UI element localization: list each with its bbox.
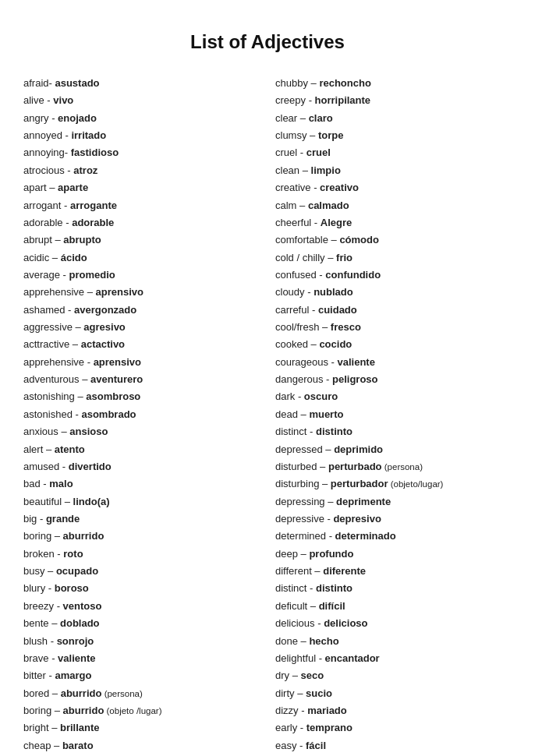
list-item: annoyed - irritado <box>23 127 260 144</box>
spanish-word: sucio <box>306 687 332 699</box>
page-title: List of Adjectives <box>23 31 512 53</box>
list-item: acttractive – actactivo <box>23 336 260 353</box>
list-item: depressive - depresivo <box>275 510 512 528</box>
spanish-word: lindo(a) <box>73 496 110 507</box>
list-item: different – diferente <box>275 563 512 580</box>
list-item: bright – brillante <box>23 719 260 737</box>
english-word: confused - <box>275 269 325 281</box>
spanish-word: deprimido <box>334 443 383 455</box>
list-item: bente – doblado <box>23 615 260 632</box>
english-word: adventurous – <box>23 373 90 385</box>
spanish-word: cómodo <box>339 234 379 246</box>
list-item: arrogant - arrogante <box>23 197 260 214</box>
spanish-word: distinto <box>316 582 353 594</box>
english-word: determined - <box>275 530 335 542</box>
extra-note: (objeto/lugar) <box>388 479 444 489</box>
english-word: anxious – <box>23 426 69 437</box>
spanish-word: asustado <box>55 77 99 89</box>
list-item: deep – profundo <box>275 546 512 563</box>
list-item: cooked – cocido <box>275 336 512 353</box>
spanish-word: cruel <box>306 147 331 158</box>
list-item: clean – limpio <box>275 162 512 179</box>
extra-note: (persona) <box>101 689 142 698</box>
spanish-word: irritado <box>71 129 106 141</box>
spanish-word: delicioso <box>324 617 367 629</box>
spanish-word: amargo <box>55 669 91 681</box>
spanish-word: oscuro <box>304 390 338 402</box>
english-word: apart – <box>23 182 58 193</box>
spanish-word: encantador <box>325 652 380 664</box>
english-word: distinct - <box>275 582 316 594</box>
list-item: bad - malo <box>23 475 260 493</box>
english-word: comfortable – <box>275 234 339 246</box>
spanish-word: torpe <box>318 129 344 141</box>
english-word: astonishing – <box>23 390 86 402</box>
spanish-word: ocupado <box>56 565 98 577</box>
spanish-word: deprimente <box>336 496 391 507</box>
spanish-word: boroso <box>55 582 89 594</box>
list-item: breezy - ventoso <box>23 598 260 615</box>
english-word: astonished - <box>23 408 81 420</box>
spanish-word: barato <box>62 740 94 751</box>
spanish-word: sonrojo <box>57 635 94 647</box>
spanish-word: ventoso <box>63 600 102 612</box>
spanish-word: muerto <box>309 408 343 420</box>
list-item: brave - valiente <box>23 650 260 667</box>
spanish-word: cocido <box>319 338 352 350</box>
list-item: courageous - valiente <box>275 354 512 371</box>
english-word: arrogant - <box>23 200 70 211</box>
list-item: cheerful - Alegre <box>275 214 512 231</box>
spanish-word: grande <box>46 513 80 525</box>
spanish-word: asombroso <box>86 390 140 402</box>
list-item: dark - oscuro <box>275 388 512 405</box>
list-item: depressed – deprimido <box>275 441 512 458</box>
english-word: dead – <box>275 408 309 420</box>
list-item: cloudy - nublado <box>275 284 512 301</box>
english-word: acttractive – <box>23 338 81 350</box>
spanish-word: avergonzado <box>74 304 136 316</box>
english-word: calm – <box>275 200 308 211</box>
list-item: deficult – difícil <box>275 598 512 615</box>
list-item: adventurous – aventurero <box>23 371 260 388</box>
english-word: boring – <box>23 530 63 542</box>
spanish-word: vivo <box>53 94 73 106</box>
english-word: depressive - <box>275 513 333 525</box>
spanish-word: calmado <box>308 200 349 211</box>
spanish-word: diferente <box>323 565 366 577</box>
list-item: determined - determinado <box>275 528 512 545</box>
spanish-word: nublado <box>314 286 353 298</box>
spanish-word: hecho <box>309 635 338 647</box>
list-item: busy – ocupado <box>23 563 260 580</box>
english-word: cold / chilly – <box>275 252 336 263</box>
list-item: bitter - amargo <box>23 667 260 684</box>
english-word: easy - <box>275 740 306 751</box>
list-item: clear – claro <box>275 110 512 127</box>
english-word: busy – <box>23 565 56 577</box>
english-word: creepy - <box>275 94 315 106</box>
spanish-word: limpio <box>311 164 341 176</box>
english-word: beautiful – <box>23 496 73 507</box>
english-word: cruel - <box>275 147 306 158</box>
english-word: depressing – <box>275 496 336 507</box>
list-item: blury - boroso <box>23 580 260 597</box>
columns: afraid- asustadoalive - vivoangry - enoj… <box>23 75 512 756</box>
list-item: ashamed - avergonzado <box>23 302 260 319</box>
list-item: boring – aburrido <box>23 528 260 545</box>
spanish-word: depresivo <box>333 513 381 525</box>
spanish-word: confundido <box>325 269 381 281</box>
list-item: depressing – deprimente <box>275 493 512 510</box>
english-word: acidic – <box>23 252 61 263</box>
spanish-word: aburrido <box>63 530 105 542</box>
spanish-word: creativo <box>320 182 359 193</box>
list-item: cruel - cruel <box>275 144 512 161</box>
spanish-word: fácil <box>306 740 326 751</box>
spanish-word: profundo <box>309 548 353 560</box>
list-item: aggressive – agresivo <box>23 319 260 336</box>
list-item: alive - vivo <box>23 92 260 109</box>
english-word: distinct - <box>275 426 316 437</box>
english-word: alert – <box>23 443 55 455</box>
list-item: confused - confundido <box>275 267 512 284</box>
spanish-word: valiente <box>338 356 375 368</box>
spanish-word: ansioso <box>69 426 108 437</box>
english-word: alive - <box>23 94 53 106</box>
